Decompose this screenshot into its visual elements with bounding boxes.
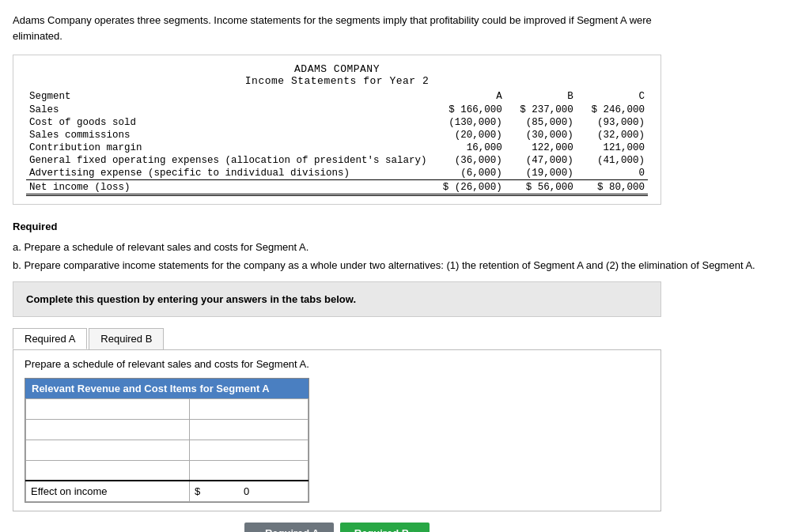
prev-button[interactable]: ‹ Required A (244, 523, 334, 533)
net-income-b: $ 56,000 (505, 180, 577, 195)
relevant-val-cell-0 (190, 398, 308, 419)
effect-dollar: $ (195, 485, 200, 497)
row-a: (20,000) (430, 129, 505, 141)
income-table-row: Advertising expense (specific to individ… (26, 167, 648, 180)
row-b: (19,000) (505, 167, 577, 180)
effect-value-input[interactable] (202, 485, 249, 497)
row-c: $ 246,000 (577, 104, 648, 116)
required-title: Required (13, 219, 797, 235)
row-label: Cost of goods sold (26, 116, 430, 129)
row-a: (130,000) (430, 116, 505, 129)
effect-value-cell: $ (190, 481, 308, 501)
relevant-table-row (26, 419, 308, 440)
effect-row: Effect on income $ (26, 481, 308, 501)
intro-text: Adams Company operates three segments. I… (13, 13, 661, 43)
relevant-table-header: Relevant Revenue and Cost Items for Segm… (25, 379, 308, 398)
tab-required-a[interactable]: Required A (13, 328, 87, 349)
row-b: (85,000) (505, 116, 577, 129)
relevant-table: Effect on income $ (25, 398, 308, 502)
relevant-desc-input-2[interactable] (31, 444, 184, 456)
row-label: Sales (26, 104, 430, 116)
effect-label: Effect on income (26, 481, 190, 501)
net-income-c: $ 80,000 (577, 180, 648, 195)
row-a: (36,000) (430, 154, 505, 167)
row-a: $ 166,000 (430, 104, 505, 116)
tabs-row: Required A Required B (13, 328, 661, 349)
nav-buttons-row: ‹ Required A Required B › (13, 523, 661, 533)
relevant-val-cell-3 (190, 460, 308, 481)
relevant-val-input-2[interactable] (195, 444, 303, 456)
tab-content-area: Prepare a schedule of relevant sales and… (13, 349, 661, 511)
income-table: Segment A B C Sales $ 166,000 $ 237,000 … (26, 90, 648, 196)
company-title: ADAMS COMPANY Income Statements for Year… (26, 63, 648, 87)
row-b: (47,000) (505, 154, 577, 167)
relevant-table-row (26, 440, 308, 460)
row-a: 16,000 (430, 141, 505, 154)
row-b: (30,000) (505, 129, 577, 141)
net-income-a: $ (26,000) (430, 180, 505, 195)
row-c: 121,000 (577, 141, 648, 154)
relevant-val-cell-1 (190, 419, 308, 440)
next-arrow-icon: › (412, 527, 415, 533)
income-table-row: Cost of goods sold (130,000) (85,000) (9… (26, 116, 648, 129)
row-label: Advertising expense (specific to individ… (26, 167, 430, 180)
income-table-row: Sales $ 166,000 $ 237,000 $ 246,000 (26, 104, 648, 116)
complete-box: Complete this question by entering your … (13, 281, 661, 317)
net-income-row: Net income (loss) $ (26,000) $ 56,000 $ … (26, 180, 648, 195)
next-button[interactable]: Required B › (340, 523, 430, 533)
row-label: Contribution margin (26, 141, 430, 154)
row-b: 122,000 (505, 141, 577, 154)
required-item-b: b. Prepare comparative income statements… (13, 258, 797, 274)
relevant-desc-input-0[interactable] (31, 403, 184, 415)
relevant-desc-cell-3 (26, 460, 190, 481)
relevant-val-input-1[interactable] (195, 424, 303, 436)
relevant-val-input-3[interactable] (195, 464, 303, 476)
relevant-val-input-0[interactable] (195, 403, 303, 415)
complete-box-text: Complete this question by entering your … (26, 293, 356, 305)
relevant-desc-input-3[interactable] (31, 464, 184, 476)
relevant-table-wrapper: Relevant Revenue and Cost Items for Segm… (25, 378, 309, 503)
row-a: (6,000) (430, 167, 505, 180)
segment-header: Segment (26, 90, 430, 104)
prev-button-label: Required A (265, 527, 320, 533)
income-table-row: Contribution margin 16,000 122,000 121,0… (26, 141, 648, 154)
row-label: General fixed operating expenses (alloca… (26, 154, 430, 167)
row-c: (41,000) (577, 154, 648, 167)
row-c: (93,000) (577, 116, 648, 129)
relevant-desc-cell-2 (26, 440, 190, 460)
row-b: $ 237,000 (505, 104, 577, 116)
relevant-table-row (26, 398, 308, 419)
tab-description: Prepare a schedule of relevant sales and… (25, 358, 649, 370)
income-table-row: Sales commissions (20,000) (30,000) (32,… (26, 129, 648, 141)
net-income-label: Net income (loss) (26, 180, 430, 195)
required-item-a: a. Prepare a schedule of relevant sales … (13, 240, 797, 255)
tab-required-b[interactable]: Required B (89, 328, 164, 349)
row-c: 0 (577, 167, 648, 180)
relevant-val-cell-2 (190, 440, 308, 460)
relevant-desc-cell-0 (26, 398, 190, 419)
row-c: (32,000) (577, 129, 648, 141)
prev-arrow-icon: ‹ (259, 527, 262, 533)
relevant-desc-input-1[interactable] (31, 424, 184, 436)
required-section: Required a. Prepare a schedule of releva… (13, 219, 797, 274)
col-a-header: A (430, 90, 505, 104)
income-statement-wrapper: ADAMS COMPANY Income Statements for Year… (13, 55, 661, 205)
relevant-desc-cell-1 (26, 419, 190, 440)
col-b-header: B (505, 90, 577, 104)
relevant-table-row (26, 460, 308, 481)
row-label: Sales commissions (26, 129, 430, 141)
col-c-header: C (577, 90, 648, 104)
next-button-label: Required B (354, 527, 409, 533)
income-table-row: General fixed operating expenses (alloca… (26, 154, 648, 167)
